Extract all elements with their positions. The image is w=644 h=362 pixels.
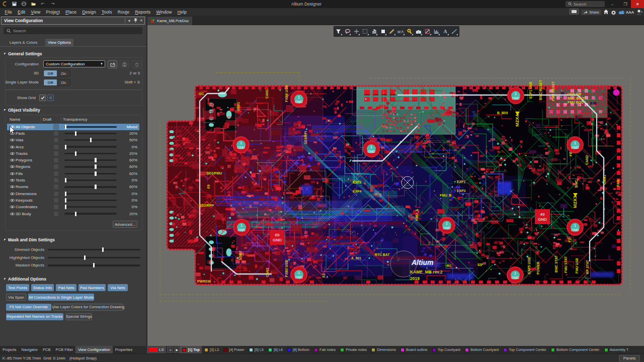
configuration-select[interactable]: Custom Configuration▼ xyxy=(43,60,105,67)
share-button[interactable]: Share xyxy=(581,10,601,15)
draft-checkbox[interactable] xyxy=(47,157,64,163)
document-tab[interactable]: Kame_MB.PcbDoc xyxy=(147,17,192,25)
eye-icon[interactable] xyxy=(9,132,16,135)
visibility-row-tracks[interactable]: Tracks20% xyxy=(7,150,139,157)
slider-thumb[interactable] xyxy=(75,131,76,136)
visibility-row-vias[interactable]: Vias50% xyxy=(7,137,139,143)
visibility-row-dimensions[interactable]: Dimensions0% xyxy=(7,191,139,197)
visibility-row-arcs[interactable]: Arcs0% xyxy=(7,143,139,150)
mask-slider-2[interactable] xyxy=(48,264,140,266)
transparency-slider[interactable] xyxy=(64,184,117,190)
transparency-slider[interactable] xyxy=(64,191,117,197)
slider-thumb[interactable] xyxy=(84,255,86,260)
toggle-on-button[interactable]: On xyxy=(57,70,70,76)
layer-tab-bottom-component-center[interactable]: Bottom Component Center xyxy=(548,346,602,353)
section-object-visibility[interactable]: Object Visibility xyxy=(4,108,40,113)
slider-thumb[interactable] xyxy=(65,198,66,203)
panel-tab-properties[interactable]: Properties xyxy=(113,346,135,353)
slider-thumb[interactable] xyxy=(65,178,66,183)
show-grid-checkbox[interactable] xyxy=(39,95,46,101)
panel-tab-pcb[interactable]: PCB xyxy=(40,346,53,353)
slider-thumb[interactable] xyxy=(75,151,76,156)
menu-design[interactable]: Design xyxy=(79,10,99,15)
eye-icon[interactable] xyxy=(9,212,16,216)
transparency-slider[interactable] xyxy=(64,143,117,150)
comment-icon[interactable] xyxy=(569,8,579,17)
menu-window[interactable]: Window xyxy=(153,10,175,15)
transparency-slider[interactable] xyxy=(64,137,117,143)
option-button-special-strings[interactable]: Special Strings xyxy=(66,313,92,320)
home-icon[interactable] xyxy=(603,8,609,17)
layer-tab--1-top[interactable]: [1] Top xyxy=(180,346,202,353)
panel-tab-pcb-filter[interactable]: PCB Filter xyxy=(53,346,76,353)
menu-view[interactable]: View xyxy=(28,10,43,15)
section-additional-options[interactable]: Additional Options xyxy=(4,277,46,282)
draft-checkbox[interactable] xyxy=(47,144,64,150)
panel-search-input[interactable]: Search xyxy=(4,27,142,34)
eye-icon[interactable] xyxy=(9,192,16,196)
layer-tab-bottom-courtyard[interactable]: Bottom Courtyard xyxy=(462,346,501,353)
cloud-icon[interactable]: AAA xyxy=(618,10,634,15)
option-button-f5-net-color-override[interactable]: F5 Net Color Override xyxy=(6,304,51,311)
option-button-use-layer-colors-for-connectio[interactable]: Use Layer Colors for Connection Drawing xyxy=(53,304,123,311)
eye-icon[interactable] xyxy=(9,178,16,182)
eye-icon[interactable] xyxy=(9,205,16,209)
layer-tab--6-l6[interactable]: [6] L6 xyxy=(266,346,285,353)
transparency-slider[interactable] xyxy=(64,157,117,163)
visibility-row-polygons[interactable]: Polygons60% xyxy=(7,157,139,163)
slider-thumb[interactable] xyxy=(95,171,96,176)
eye-icon[interactable] xyxy=(9,165,16,168)
layer-tab-fab-notes[interactable]: Fab notes xyxy=(311,346,338,353)
grid-fine-checkbox[interactable] xyxy=(47,95,54,101)
column-header-draft[interactable]: Draft xyxy=(43,117,51,122)
visibility-row-regions[interactable]: Regions60% xyxy=(7,163,139,170)
slider-thumb[interactable] xyxy=(95,158,96,162)
option-button-via-nets[interactable]: Via Nets xyxy=(108,284,128,291)
eye-icon[interactable] xyxy=(9,172,16,175)
draft-checkbox[interactable] xyxy=(47,137,64,143)
titlebar-search[interactable]: Search xyxy=(566,1,605,7)
eye-icon[interactable] xyxy=(9,185,16,189)
draft-checkbox[interactable] xyxy=(47,151,64,156)
layer-tab-top-component-center[interactable]: Top Component Center xyxy=(501,346,549,353)
transparency-slider[interactable] xyxy=(64,124,117,130)
visibility-row-keepouts[interactable]: Keepouts0% xyxy=(7,197,139,204)
menu-tools[interactable]: Tools xyxy=(99,10,115,15)
draft-checkbox[interactable] xyxy=(47,171,64,176)
layers-prev-arrow[interactable]: ◀ xyxy=(167,346,173,353)
panel-tab-navigator[interactable]: Navigator xyxy=(19,346,40,353)
advanced-button[interactable]: Advanced... xyxy=(113,221,137,228)
option-button-pad-numbers[interactable]: Pad Numbers xyxy=(78,284,106,291)
layer-set-chip[interactable]: LS xyxy=(147,346,166,353)
menu-route[interactable]: Route xyxy=(115,10,132,15)
column-header-name[interactable]: Name xyxy=(10,117,20,122)
tab-view-options[interactable]: View Options xyxy=(45,39,73,46)
visibility-row-all-objects[interactable]: All ObjectsMixed xyxy=(7,124,139,130)
slider-thumb[interactable] xyxy=(65,205,66,209)
layer-tab--5-l5[interactable]: [5] L5 xyxy=(247,346,266,353)
menu-edit[interactable]: Edit xyxy=(15,10,28,15)
transparency-slider[interactable] xyxy=(64,197,117,204)
toggle-on-button[interactable]: On xyxy=(57,79,70,85)
draft-checkbox[interactable] xyxy=(47,124,64,130)
transparency-slider[interactable] xyxy=(64,204,117,210)
transparency-slider[interactable] xyxy=(64,130,117,137)
eye-icon[interactable] xyxy=(9,199,16,202)
eye-icon[interactable] xyxy=(9,125,16,129)
minimize-button[interactable]: – xyxy=(606,0,619,8)
menu-place[interactable]: Place xyxy=(63,10,79,15)
pin-icon[interactable] xyxy=(132,18,138,23)
eye-icon[interactable] xyxy=(9,145,16,149)
layer-tab--8-bottom[interactable]: [8] Bottom xyxy=(285,346,311,353)
slider-thumb[interactable] xyxy=(90,138,92,142)
option-button-test-points[interactable]: Test Points xyxy=(6,284,29,291)
draft-checkbox[interactable] xyxy=(47,191,64,197)
visibility-row-3d-body[interactable]: 3D Body20% xyxy=(7,210,139,217)
layer-tab--4-power[interactable]: [4] Power xyxy=(221,346,247,353)
layer-tab-private-notes[interactable]: Private notes xyxy=(338,346,369,353)
menu-file[interactable]: File xyxy=(2,10,15,15)
slider-thumb[interactable] xyxy=(75,212,76,216)
slider-thumb[interactable] xyxy=(95,185,96,189)
transparency-slider[interactable] xyxy=(64,177,117,184)
transparency-slider[interactable] xyxy=(64,170,117,177)
